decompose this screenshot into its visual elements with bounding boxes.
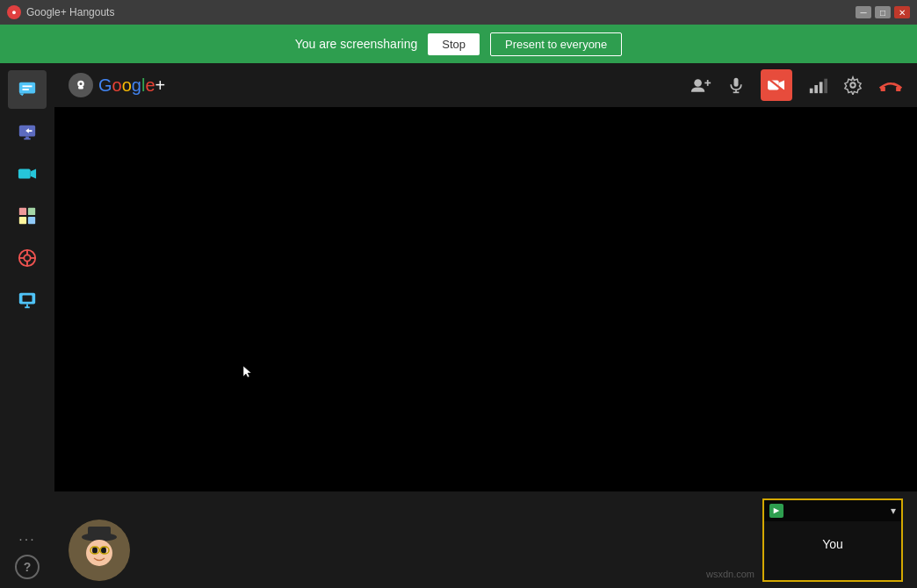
sidebar-help-icon[interactable] <box>8 239 47 277</box>
hangouts-logo-icon <box>69 73 93 97</box>
video-header: Google+ <box>54 63 917 107</box>
camera-off-icon[interactable] <box>761 69 792 101</box>
sidebar-bottom: ··· ? <box>15 532 40 579</box>
bottom-strip: ▾ You wsxdn.com <box>54 491 917 588</box>
you-thumbnail-chevron-icon[interactable]: ▾ <box>891 505 896 517</box>
svg-rect-27 <box>734 78 739 87</box>
screenshare-banner: You are screensharing Stop Present to ev… <box>0 25 917 63</box>
svg-rect-7 <box>28 208 35 215</box>
svg-rect-35 <box>820 82 823 93</box>
svg-rect-34 <box>814 85 818 93</box>
hangup-icon[interactable] <box>878 77 903 93</box>
svg-rect-17 <box>23 296 32 302</box>
more-options-icon[interactable]: ··· <box>18 532 35 548</box>
sidebar-apps-icon[interactable] <box>8 197 47 235</box>
main-layout: ··· ? Google+ <box>0 63 917 588</box>
svg-marker-40 <box>243 366 251 377</box>
svg-point-45 <box>92 547 97 554</box>
signal-strength-icon[interactable] <box>808 76 827 94</box>
watermark: wsxdn.com <box>706 569 755 579</box>
svg-point-11 <box>24 255 30 261</box>
svg-point-22 <box>80 82 83 85</box>
svg-rect-4 <box>18 169 31 179</box>
you-thumbnail-header: ▾ <box>764 500 901 521</box>
svg-marker-50 <box>774 507 780 513</box>
svg-rect-23 <box>78 87 83 90</box>
screenshare-text: You are screensharing <box>295 37 418 51</box>
app-icon: ● <box>7 5 21 19</box>
cursor-indicator <box>243 366 252 378</box>
svg-rect-36 <box>824 79 827 94</box>
present-to-everyone-button[interactable]: Present to everyone <box>490 32 622 56</box>
svg-rect-0 <box>19 82 35 94</box>
title-bar-text: Google+ Hangouts <box>26 6 850 18</box>
google-plus-text: Google+ <box>98 75 165 96</box>
svg-rect-38 <box>881 87 885 91</box>
sidebar-camera-icon[interactable] <box>8 154 47 193</box>
sidebar-screen-icon[interactable] <box>8 281 47 319</box>
svg-rect-33 <box>810 89 813 94</box>
you-thumbnail[interactable]: ▾ You <box>762 498 903 582</box>
controls-bar <box>690 69 903 101</box>
you-label: You <box>822 537 843 551</box>
help-button[interactable]: ? <box>15 555 40 579</box>
user-avatar <box>69 520 130 581</box>
svg-rect-39 <box>896 87 900 91</box>
svg-rect-9 <box>28 217 35 224</box>
sidebar-share-icon[interactable] <box>8 112 47 151</box>
main-video-area <box>54 107 917 491</box>
stop-button[interactable]: Stop <box>428 33 480 55</box>
title-bar-controls: ─ □ ✕ <box>856 6 910 18</box>
title-bar: ● Google+ Hangouts ─ □ ✕ <box>0 0 917 25</box>
avatar-area <box>69 520 130 581</box>
maximize-button[interactable]: □ <box>875 6 891 18</box>
svg-rect-8 <box>19 217 26 224</box>
close-button[interactable]: ✕ <box>894 6 910 18</box>
svg-point-24 <box>694 79 702 87</box>
sidebar-chat-icon[interactable] <box>8 70 47 109</box>
svg-rect-43 <box>88 527 111 539</box>
add-person-icon[interactable] <box>690 75 711 95</box>
settings-icon[interactable] <box>843 75 863 95</box>
content-area: Google+ <box>54 63 917 588</box>
google-plus-logo: Google+ <box>69 73 165 97</box>
minimize-button[interactable]: ─ <box>856 6 871 18</box>
svg-marker-5 <box>31 169 36 179</box>
svg-rect-6 <box>19 208 26 215</box>
mute-microphone-icon[interactable] <box>727 75 745 95</box>
sidebar: ··· ? <box>0 63 54 588</box>
you-thumbnail-present-icon <box>769 504 783 518</box>
svg-point-37 <box>850 82 856 88</box>
